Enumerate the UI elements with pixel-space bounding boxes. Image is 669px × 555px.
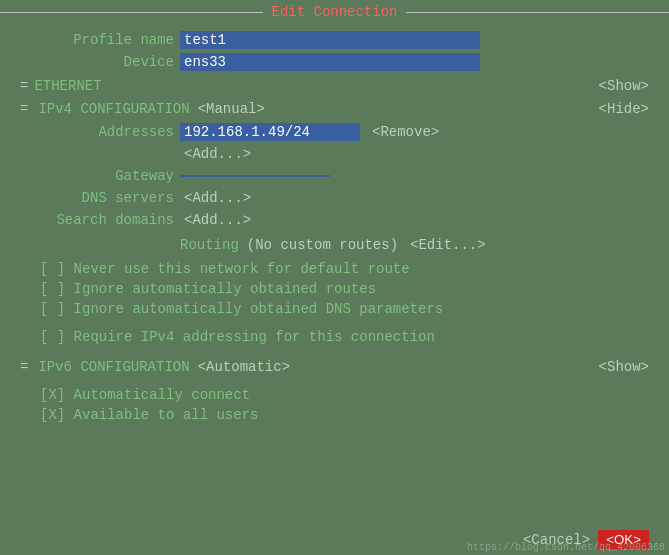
title-bar-line-left	[0, 12, 263, 13]
spacer1	[20, 320, 649, 326]
ethernet-section: = ETHERNET <Show>	[20, 78, 649, 94]
search-domains-label: Search domains	[20, 212, 180, 228]
title-bar-line-right	[406, 12, 669, 13]
add-address-btn[interactable]: <Add...>	[180, 145, 255, 163]
ethernet-label: ETHERNET	[34, 78, 101, 94]
gateway-label: Gateway	[20, 168, 180, 184]
ipv6-marker: =	[20, 359, 28, 375]
routing-label: Routing	[180, 237, 239, 253]
main-content: Profile name test1 Device ens33 = ETHERN…	[0, 24, 669, 524]
auto-connect-row[interactable]: [X] Automatically connect	[20, 387, 649, 403]
checkbox2[interactable]: [ ] Ignore automatically obtained routes	[40, 281, 376, 297]
device-row: Device ens33	[20, 52, 649, 72]
edit-connection-window: Edit Connection Profile name test1 Devic…	[0, 0, 669, 555]
device-label: Device	[20, 54, 180, 70]
addresses-label: Addresses	[20, 124, 180, 140]
remove-btn[interactable]: <Remove>	[368, 123, 443, 141]
checkbox4[interactable]: [ ] Require IPv4 addressing for this con…	[40, 329, 435, 345]
available-all[interactable]: [X] Available to all users	[40, 407, 258, 423]
available-all-row[interactable]: [X] Available to all users	[20, 407, 649, 423]
addresses-row: Addresses 192.168.1.49/24 <Remove>	[20, 122, 649, 142]
ipv4-hide[interactable]: <Hide>	[599, 101, 649, 117]
profile-name-row: Profile name test1	[20, 30, 649, 50]
checkbox1-row[interactable]: [ ] Never use this network for default r…	[20, 261, 649, 277]
add-address-row: <Add...>	[20, 144, 649, 164]
title-bar: Edit Connection	[0, 0, 669, 24]
dns-value[interactable]: <Add...>	[180, 189, 255, 207]
checkbox1[interactable]: [ ] Never use this network for default r…	[40, 261, 410, 277]
routing-edit[interactable]: <Edit...>	[406, 236, 490, 254]
dns-label: DNS servers	[20, 190, 180, 206]
auto-connect[interactable]: [X] Automatically connect	[40, 387, 250, 403]
profile-name-value[interactable]: test1	[180, 31, 480, 49]
routing-row: Routing (No custom routes) <Edit...>	[20, 236, 649, 254]
ipv4-config-label: IPv4 CONFIGURATION	[38, 101, 189, 117]
ipv6-show[interactable]: <Show>	[599, 359, 649, 375]
ipv6-config-label: IPv6 CONFIGURATION	[38, 359, 189, 375]
ipv6-config-value[interactable]: <Automatic>	[194, 358, 294, 376]
search-domains-row: Search domains <Add...>	[20, 210, 649, 230]
dns-row: DNS servers <Add...>	[20, 188, 649, 208]
ipv4-config-value[interactable]: <Manual>	[194, 100, 269, 118]
profile-name-label: Profile name	[20, 32, 180, 48]
ipv4-marker: =	[20, 101, 28, 117]
routing-value: (No custom routes)	[243, 236, 402, 254]
ethernet-show[interactable]: <Show>	[599, 78, 649, 94]
spacer2	[20, 348, 649, 354]
ipv4-config-row: = IPv4 CONFIGURATION <Manual> <Hide>	[20, 100, 649, 118]
checkbox3[interactable]: [ ] Ignore automatically obtained DNS pa…	[40, 301, 443, 317]
gateway-value[interactable]	[180, 175, 330, 177]
gateway-row: Gateway	[20, 166, 649, 186]
watermark: https://blog.csdn.net/qq_42006368	[467, 542, 665, 553]
addresses-value[interactable]: 192.168.1.49/24	[180, 123, 360, 141]
spacer3	[20, 380, 649, 384]
ipv6-config-row: = IPv6 CONFIGURATION <Automatic> <Show>	[20, 358, 649, 376]
checkbox2-row[interactable]: [ ] Ignore automatically obtained routes	[20, 281, 649, 297]
checkbox3-row[interactable]: [ ] Ignore automatically obtained DNS pa…	[20, 301, 649, 317]
search-domains-value[interactable]: <Add...>	[180, 211, 255, 229]
device-value[interactable]: ens33	[180, 53, 480, 71]
ethernet-marker: =	[20, 78, 28, 94]
window-title: Edit Connection	[263, 4, 405, 20]
checkbox4-row[interactable]: [ ] Require IPv4 addressing for this con…	[20, 329, 649, 345]
